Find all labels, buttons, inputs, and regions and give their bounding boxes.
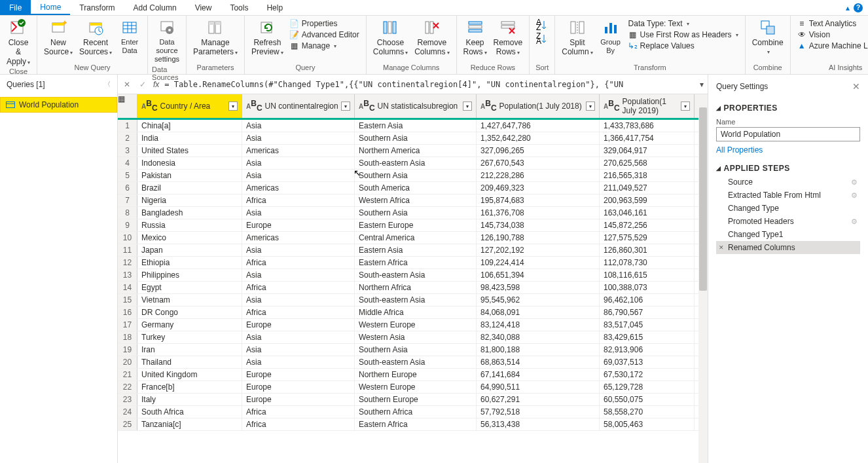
- table-row[interactable]: 13PhilippinesAsiaSouth-eastern Asia106,6…: [118, 269, 708, 282]
- table-row[interactable]: 7NigeriaAfricaWestern Africa195,874,6832…: [118, 194, 708, 207]
- cell[interactable]: Southern Asia: [355, 344, 477, 356]
- cell[interactable]: Asia: [242, 269, 355, 281]
- cell[interactable]: Eastern Asia: [355, 244, 477, 256]
- cell[interactable]: Southern Asia: [355, 132, 477, 144]
- table-row[interactable]: 20ThailandAsiaSouth-eastern Asia68,863,5…: [118, 356, 708, 369]
- cell[interactable]: 68,863,514: [477, 356, 600, 368]
- tab-add-column[interactable]: Add Column: [124, 0, 186, 15]
- row-number[interactable]: 21: [118, 369, 137, 380]
- azure-ml-button[interactable]: ▲Azure Machine Learning: [795, 41, 868, 51]
- enter-data-button[interactable]: Enter Data: [116, 17, 143, 56]
- cell[interactable]: United Kingdom: [137, 369, 242, 380]
- cell[interactable]: Africa: [242, 194, 355, 206]
- applied-step[interactable]: Source⚙: [716, 176, 860, 189]
- cell[interactable]: Africa: [242, 418, 355, 430]
- cell[interactable]: Japan: [137, 244, 242, 256]
- row-number[interactable]: 4: [118, 157, 137, 169]
- cell[interactable]: 69,037,513: [600, 356, 695, 368]
- cell[interactable]: Northern Africa: [355, 282, 477, 293]
- cell[interactable]: Southern Europe: [355, 394, 477, 405]
- cell[interactable]: Northern America: [355, 145, 477, 157]
- cell[interactable]: Asia: [242, 157, 355, 169]
- cell[interactable]: Africa: [242, 306, 355, 318]
- cell[interactable]: Europe: [242, 381, 355, 393]
- cell[interactable]: 83,124,418: [477, 319, 600, 331]
- cell[interactable]: 57,792,518: [477, 406, 600, 418]
- collapse-ribbon-icon[interactable]: ▴: [846, 3, 850, 12]
- cell[interactable]: 211,049,527: [600, 182, 695, 194]
- refresh-preview-button[interactable]: Refresh Preview▾: [249, 17, 286, 58]
- cell[interactable]: Europe: [242, 219, 355, 231]
- table-row[interactable]: 12EthiopiaAfricaEastern Africa109,224,41…: [118, 257, 708, 269]
- cell[interactable]: 127,202,192: [477, 244, 600, 256]
- table-row[interactable]: 8BangladeshAsiaSouthern Asia161,376,7081…: [118, 207, 708, 219]
- cell[interactable]: Southern Asia: [355, 170, 477, 181]
- table-row[interactable]: 9RussiaEuropeEastern Europe145,734,03814…: [118, 219, 708, 232]
- column-header[interactable]: ABCPopulation(1 July 2019)▾: [600, 94, 695, 118]
- cell[interactable]: 329,064,917: [600, 145, 695, 157]
- cell[interactable]: 81,800,188: [477, 344, 600, 356]
- row-number[interactable]: 24: [118, 406, 137, 418]
- cell[interactable]: 67,530,172: [600, 369, 695, 380]
- vertical-scrollbar[interactable]: [698, 94, 708, 463]
- cell[interactable]: 200,963,599: [600, 194, 695, 206]
- cell[interactable]: 270,625,568: [600, 157, 695, 169]
- table-row[interactable]: 25Tanzania[c]AfricaEastern Africa56,313,…: [118, 418, 708, 431]
- cell[interactable]: 86,790,567: [600, 306, 695, 318]
- cell[interactable]: 112,078,730: [600, 257, 695, 269]
- cell[interactable]: Indonesia: [137, 157, 242, 169]
- cell[interactable]: 126,860,301: [600, 244, 695, 256]
- cell[interactable]: Asia: [242, 344, 355, 356]
- cell[interactable]: 126,190,788: [477, 232, 600, 244]
- cell[interactable]: 95,545,962: [477, 294, 600, 306]
- cell[interactable]: Bangladesh: [137, 207, 242, 219]
- cell[interactable]: South America: [355, 182, 477, 194]
- table-row[interactable]: 16DR CongoAfricaMiddle Africa84,068,0918…: [118, 306, 708, 319]
- filter-dropdown-icon[interactable]: ▾: [681, 102, 690, 111]
- cell[interactable]: 100,388,073: [600, 282, 695, 293]
- table-row[interactable]: 1China[a]AsiaEastern Asia1,427,647,7861,…: [118, 120, 708, 132]
- cell[interactable]: 83,517,045: [600, 319, 695, 331]
- expand-formula-icon[interactable]: ▾: [700, 80, 704, 89]
- row-number[interactable]: 11: [118, 244, 137, 256]
- row-number[interactable]: 8: [118, 207, 137, 219]
- query-name-input[interactable]: [716, 127, 860, 141]
- table-row[interactable]: 15VietnamAsiaSouth-eastern Asia95,545,96…: [118, 294, 708, 306]
- cell[interactable]: France[b]: [137, 381, 242, 393]
- close-apply-button[interactable]: Close & Apply▾: [4, 17, 33, 67]
- cell[interactable]: Mexico: [137, 232, 242, 244]
- cell[interactable]: Iran: [137, 344, 242, 356]
- cell[interactable]: 209,469,323: [477, 182, 600, 194]
- cell[interactable]: Asia: [242, 331, 355, 343]
- row-number[interactable]: 12: [118, 257, 137, 269]
- cell[interactable]: 109,224,414: [477, 257, 600, 269]
- cell[interactable]: 267,670,543: [477, 157, 600, 169]
- cell[interactable]: Italy: [137, 394, 242, 405]
- table-row[interactable]: 21United KingdomEuropeNorthern Europe67,…: [118, 369, 708, 381]
- close-settings-icon[interactable]: ✕: [852, 81, 860, 92]
- cell[interactable]: Asia: [242, 170, 355, 181]
- applied-step[interactable]: Changed Type: [716, 202, 860, 215]
- cell[interactable]: Thailand: [137, 356, 242, 368]
- cell[interactable]: 98,423,598: [477, 282, 600, 293]
- cell[interactable]: 1,427,647,786: [477, 120, 600, 132]
- cell[interactable]: South-eastern Asia: [355, 157, 477, 169]
- cell[interactable]: Africa: [242, 282, 355, 293]
- applied-steps-section[interactable]: ◢APPLIED STEPS: [716, 164, 860, 173]
- cell[interactable]: South-eastern Asia: [355, 269, 477, 281]
- select-all-corner[interactable]: ▦: [118, 94, 137, 118]
- gear-icon[interactable]: ⚙: [851, 191, 858, 200]
- row-number[interactable]: 13: [118, 269, 137, 281]
- formula-text[interactable]: = Table.RenameColumns(#"Changed Type1",{…: [164, 80, 695, 89]
- row-number[interactable]: 1: [118, 120, 137, 132]
- cell[interactable]: 212,228,286: [477, 170, 600, 181]
- cell[interactable]: Russia: [137, 219, 242, 231]
- cell[interactable]: Vietnam: [137, 294, 242, 306]
- column-header[interactable]: ABCUN statisticalsubregion▾: [355, 94, 477, 118]
- combine-button[interactable]: Combine▾: [750, 17, 786, 58]
- row-number[interactable]: 3: [118, 145, 137, 157]
- cell[interactable]: Asia: [242, 207, 355, 219]
- recent-sources-button[interactable]: Recent Sources▾: [77, 17, 115, 58]
- cell[interactable]: South-eastern Asia: [355, 356, 477, 368]
- filter-dropdown-icon[interactable]: ▾: [586, 102, 595, 111]
